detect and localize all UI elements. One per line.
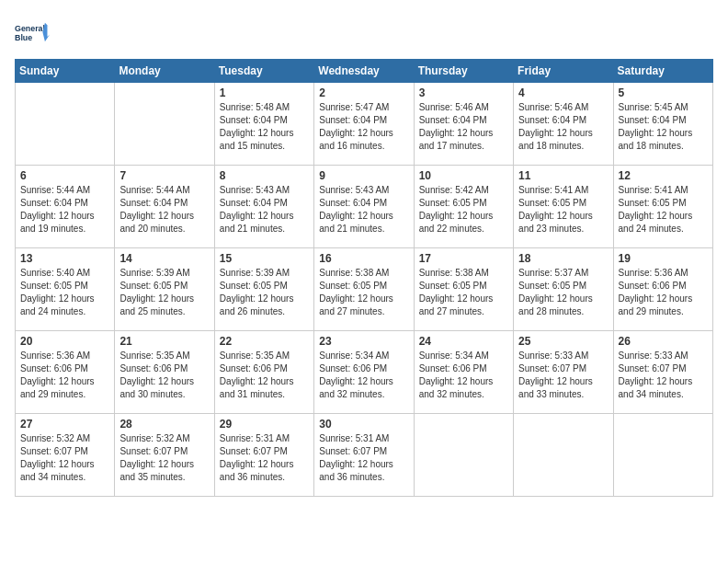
day-info: Sunrise: 5:44 AM Sunset: 6:04 PM Dayligh… [119, 184, 209, 236]
calendar-cell: 3Sunrise: 5:46 AM Sunset: 6:04 PM Daylig… [414, 83, 513, 166]
calendar-cell: 8Sunrise: 5:43 AM Sunset: 6:04 PM Daylig… [214, 166, 313, 248]
calendar-cell: 6Sunrise: 5:44 AM Sunset: 6:04 PM Daylig… [16, 166, 115, 248]
day-info: Sunrise: 5:48 AM Sunset: 6:04 PM Dayligh… [220, 101, 309, 153]
logo: General Blue [15, 15, 50, 50]
day-info: Sunrise: 5:34 AM Sunset: 6:06 PM Dayligh… [319, 350, 408, 401]
calendar-cell: 13Sunrise: 5:40 AM Sunset: 6:05 PM Dayli… [16, 248, 115, 331]
day-info: Sunrise: 5:32 AM Sunset: 6:07 PM Dayligh… [119, 432, 209, 484]
page-header: General Blue [15, 15, 713, 50]
calendar-cell: 19Sunrise: 5:36 AM Sunset: 6:06 PM Dayli… [613, 248, 712, 331]
calendar-cell: 30Sunrise: 5:31 AM Sunset: 6:07 PM Dayli… [314, 414, 414, 497]
calendar-table: SundayMondayTuesdayWednesdayThursdayFrid… [15, 59, 713, 497]
day-info: Sunrise: 5:38 AM Sunset: 6:05 PM Dayligh… [319, 267, 408, 318]
day-number: 13 [20, 252, 109, 265]
day-info: Sunrise: 5:31 AM Sunset: 6:07 PM Dayligh… [220, 432, 309, 484]
day-info: Sunrise: 5:45 AM Sunset: 6:04 PM Dayligh… [619, 101, 708, 153]
day-info: Sunrise: 5:47 AM Sunset: 6:04 PM Dayligh… [319, 101, 408, 153]
day-info: Sunrise: 5:43 AM Sunset: 6:04 PM Dayligh… [319, 184, 408, 236]
day-number: 1 [220, 86, 309, 99]
day-info: Sunrise: 5:44 AM Sunset: 6:04 PM Dayligh… [20, 184, 109, 236]
day-number: 10 [419, 169, 508, 182]
svg-text:General: General [15, 24, 45, 33]
weekday-header-row: SundayMondayTuesdayWednesdayThursdayFrid… [16, 60, 713, 83]
calendar-cell: 16Sunrise: 5:38 AM Sunset: 6:05 PM Dayli… [314, 248, 414, 331]
day-number: 27 [20, 418, 109, 431]
day-number: 2 [319, 86, 408, 99]
calendar-cell: 25Sunrise: 5:33 AM Sunset: 6:07 PM Dayli… [514, 331, 613, 414]
day-number: 3 [419, 86, 508, 99]
weekday-header-tuesday: Tuesday [214, 60, 313, 83]
day-number: 19 [619, 252, 708, 265]
calendar-cell: 10Sunrise: 5:42 AM Sunset: 6:05 PM Dayli… [414, 166, 513, 248]
calendar-cell: 26Sunrise: 5:33 AM Sunset: 6:07 PM Dayli… [613, 331, 712, 414]
weekday-header-sunday: Sunday [16, 60, 115, 83]
calendar-cell: 7Sunrise: 5:44 AM Sunset: 6:04 PM Daylig… [115, 166, 214, 248]
day-number: 5 [619, 86, 708, 99]
day-info: Sunrise: 5:43 AM Sunset: 6:04 PM Dayligh… [220, 184, 309, 236]
calendar-cell: 27Sunrise: 5:32 AM Sunset: 6:07 PM Dayli… [16, 414, 115, 497]
day-number: 28 [119, 418, 209, 431]
day-info: Sunrise: 5:39 AM Sunset: 6:05 PM Dayligh… [119, 267, 209, 318]
day-info: Sunrise: 5:36 AM Sunset: 6:06 PM Dayligh… [20, 350, 109, 401]
calendar-cell [16, 83, 115, 166]
day-number: 24 [419, 335, 508, 348]
calendar-cell: 9Sunrise: 5:43 AM Sunset: 6:04 PM Daylig… [314, 166, 414, 248]
svg-text:Blue: Blue [15, 33, 32, 42]
calendar-cell: 15Sunrise: 5:39 AM Sunset: 6:05 PM Dayli… [214, 248, 313, 331]
calendar-cell [514, 414, 613, 497]
day-number: 26 [619, 335, 708, 348]
day-info: Sunrise: 5:39 AM Sunset: 6:05 PM Dayligh… [220, 267, 309, 318]
day-info: Sunrise: 5:46 AM Sunset: 6:04 PM Dayligh… [419, 101, 508, 153]
weekday-header-monday: Monday [115, 60, 214, 83]
day-info: Sunrise: 5:46 AM Sunset: 6:04 PM Dayligh… [518, 101, 608, 153]
day-number: 17 [419, 252, 508, 265]
day-number: 23 [319, 335, 408, 348]
calendar-cell [115, 83, 214, 166]
day-number: 20 [20, 335, 109, 348]
calendar-cell: 18Sunrise: 5:37 AM Sunset: 6:05 PM Dayli… [514, 248, 613, 331]
calendar-cell: 2Sunrise: 5:47 AM Sunset: 6:04 PM Daylig… [314, 83, 414, 166]
day-number: 4 [518, 86, 608, 99]
day-number: 15 [220, 252, 309, 265]
calendar-cell: 20Sunrise: 5:36 AM Sunset: 6:06 PM Dayli… [16, 331, 115, 414]
calendar-cell: 4Sunrise: 5:46 AM Sunset: 6:04 PM Daylig… [514, 83, 613, 166]
day-number: 21 [119, 335, 209, 348]
calendar-week-row: 27Sunrise: 5:32 AM Sunset: 6:07 PM Dayli… [16, 414, 713, 497]
day-number: 11 [518, 169, 608, 182]
weekday-header-friday: Friday [514, 60, 613, 83]
day-info: Sunrise: 5:31 AM Sunset: 6:07 PM Dayligh… [319, 432, 408, 484]
calendar-week-row: 20Sunrise: 5:36 AM Sunset: 6:06 PM Dayli… [16, 331, 713, 414]
day-info: Sunrise: 5:36 AM Sunset: 6:06 PM Dayligh… [619, 267, 708, 318]
day-number: 22 [220, 335, 309, 348]
calendar-week-row: 6Sunrise: 5:44 AM Sunset: 6:04 PM Daylig… [16, 166, 713, 248]
day-number: 7 [119, 169, 209, 182]
calendar-cell: 1Sunrise: 5:48 AM Sunset: 6:04 PM Daylig… [214, 83, 313, 166]
day-number: 30 [319, 418, 408, 431]
day-info: Sunrise: 5:41 AM Sunset: 6:05 PM Dayligh… [518, 184, 608, 236]
calendar-cell: 11Sunrise: 5:41 AM Sunset: 6:05 PM Dayli… [514, 166, 613, 248]
calendar-cell: 17Sunrise: 5:38 AM Sunset: 6:05 PM Dayli… [414, 248, 513, 331]
weekday-header-saturday: Saturday [613, 60, 712, 83]
calendar-week-row: 13Sunrise: 5:40 AM Sunset: 6:05 PM Dayli… [16, 248, 713, 331]
weekday-header-thursday: Thursday [414, 60, 513, 83]
day-info: Sunrise: 5:37 AM Sunset: 6:05 PM Dayligh… [518, 267, 608, 318]
calendar-cell: 22Sunrise: 5:35 AM Sunset: 6:06 PM Dayli… [214, 331, 313, 414]
day-info: Sunrise: 5:40 AM Sunset: 6:05 PM Dayligh… [20, 267, 109, 318]
calendar-cell: 5Sunrise: 5:45 AM Sunset: 6:04 PM Daylig… [613, 83, 712, 166]
calendar-week-row: 1Sunrise: 5:48 AM Sunset: 6:04 PM Daylig… [16, 83, 713, 166]
day-number: 8 [220, 169, 309, 182]
day-info: Sunrise: 5:42 AM Sunset: 6:05 PM Dayligh… [419, 184, 508, 236]
day-info: Sunrise: 5:38 AM Sunset: 6:05 PM Dayligh… [419, 267, 508, 318]
calendar-cell: 24Sunrise: 5:34 AM Sunset: 6:06 PM Dayli… [414, 331, 513, 414]
calendar-cell: 12Sunrise: 5:41 AM Sunset: 6:05 PM Dayli… [613, 166, 712, 248]
day-number: 14 [119, 252, 209, 265]
day-number: 12 [619, 169, 708, 182]
day-number: 29 [220, 418, 309, 431]
day-number: 6 [20, 169, 109, 182]
day-info: Sunrise: 5:34 AM Sunset: 6:06 PM Dayligh… [419, 350, 508, 401]
calendar-cell [414, 414, 513, 497]
calendar-cell: 14Sunrise: 5:39 AM Sunset: 6:05 PM Dayli… [115, 248, 214, 331]
day-number: 25 [518, 335, 608, 348]
day-info: Sunrise: 5:41 AM Sunset: 6:05 PM Dayligh… [619, 184, 708, 236]
calendar-cell: 21Sunrise: 5:35 AM Sunset: 6:06 PM Dayli… [115, 331, 214, 414]
